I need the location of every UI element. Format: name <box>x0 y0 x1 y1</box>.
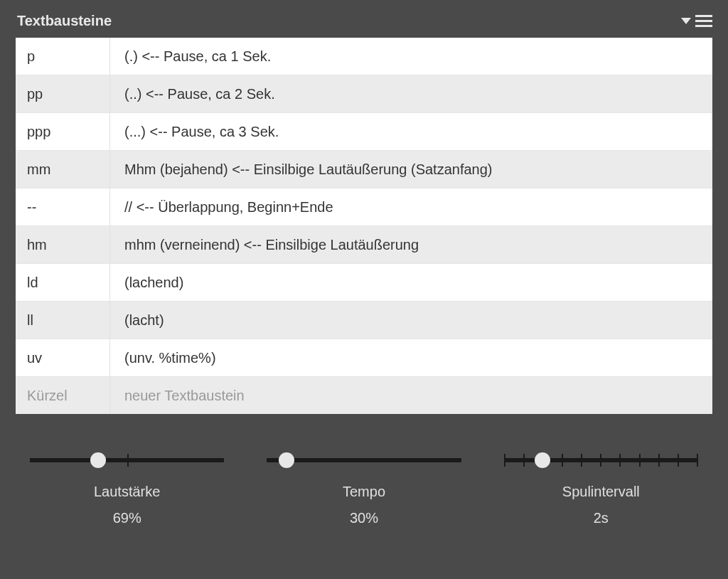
sliders-section: Lautstärke 69% Tempo 30% Spulintervall 2… <box>13 414 715 526</box>
table-row[interactable]: -- // <-- Überlappung, Beginn+Ende <box>16 188 712 226</box>
row-key: ll <box>16 302 110 339</box>
row-value: mhm (verneinend) <-- Einsilbige Lautäuße… <box>110 237 712 253</box>
svg-rect-1 <box>695 15 712 17</box>
row-key: p <box>16 38 110 75</box>
slider-thumb[interactable] <box>90 452 106 468</box>
text-blocks-panel: Textbausteine p (.) <-- Pause, ca 1 Sek.… <box>0 0 728 526</box>
table-row[interactable]: uv (unv. %time%) <box>16 339 712 377</box>
menu-icon[interactable] <box>695 14 712 28</box>
slider-ticks <box>504 454 698 467</box>
new-value-input[interactable] <box>110 377 712 414</box>
svg-rect-2 <box>695 20 712 22</box>
table-row[interactable]: hm mhm (verneinend) <-- Einsilbige Lautä… <box>16 226 712 264</box>
row-key: mm <box>16 151 110 188</box>
new-entry-row <box>16 377 712 414</box>
svg-marker-0 <box>681 18 691 24</box>
volume-slider-track[interactable] <box>30 450 224 471</box>
volume-label: Lautstärke <box>94 484 160 500</box>
row-value: // <-- Überlappung, Beginn+Ende <box>110 199 712 216</box>
table-row[interactable]: ld (lachend) <box>16 264 712 302</box>
row-value: (lacht) <box>110 312 712 329</box>
table-row[interactable]: pp (..) <-- Pause, ca 2 Sek. <box>16 75 712 113</box>
dropdown-arrow-icon[interactable] <box>681 18 691 25</box>
table-row[interactable]: mm Mhm (bejahend) <-- Einsilbige Lautäuß… <box>16 151 712 188</box>
table-row[interactable]: p (.) <-- Pause, ca 1 Sek. <box>16 38 712 75</box>
row-key: ppp <box>16 113 110 150</box>
panel-title: Textbausteine <box>17 13 112 29</box>
volume-value: 69% <box>113 510 141 526</box>
row-key: uv <box>16 339 110 376</box>
table-row[interactable]: ll (lacht) <box>16 302 712 339</box>
row-value: Mhm (bejahend) <-- Einsilbige Lautäußeru… <box>110 161 712 178</box>
row-value: (.) <-- Pause, ca 1 Sek. <box>110 48 712 65</box>
panel-header-controls <box>681 14 712 28</box>
slider-thumb[interactable] <box>279 452 294 468</box>
tempo-label: Tempo <box>343 484 385 500</box>
interval-slider: Spulintervall 2s <box>504 450 698 526</box>
row-value: (lachend) <box>110 275 712 291</box>
interval-slider-track[interactable] <box>504 450 698 471</box>
panel-header: Textbausteine <box>13 7 715 38</box>
row-value: (unv. %time%) <box>110 350 712 366</box>
row-key: -- <box>16 188 110 225</box>
new-key-input[interactable] <box>16 377 110 414</box>
row-value: (...) <-- Pause, ca 3 Sek. <box>110 124 712 140</box>
row-key: pp <box>16 75 110 112</box>
svg-rect-3 <box>695 25 712 27</box>
tempo-value: 30% <box>350 510 378 526</box>
table-row[interactable]: ppp (...) <-- Pause, ca 3 Sek. <box>16 113 712 151</box>
row-key: ld <box>16 264 110 301</box>
row-value: (..) <-- Pause, ca 2 Sek. <box>110 86 712 102</box>
tempo-slider: Tempo 30% <box>267 450 461 526</box>
text-blocks-table: p (.) <-- Pause, ca 1 Sek. pp (..) <-- P… <box>16 38 712 414</box>
interval-label: Spulintervall <box>562 484 640 500</box>
slider-ticks <box>30 454 224 467</box>
interval-value: 2s <box>594 510 609 526</box>
slider-thumb[interactable] <box>535 452 550 468</box>
row-key: hm <box>16 226 110 263</box>
tempo-slider-track[interactable] <box>267 450 461 471</box>
volume-slider: Lautstärke 69% <box>30 450 224 526</box>
